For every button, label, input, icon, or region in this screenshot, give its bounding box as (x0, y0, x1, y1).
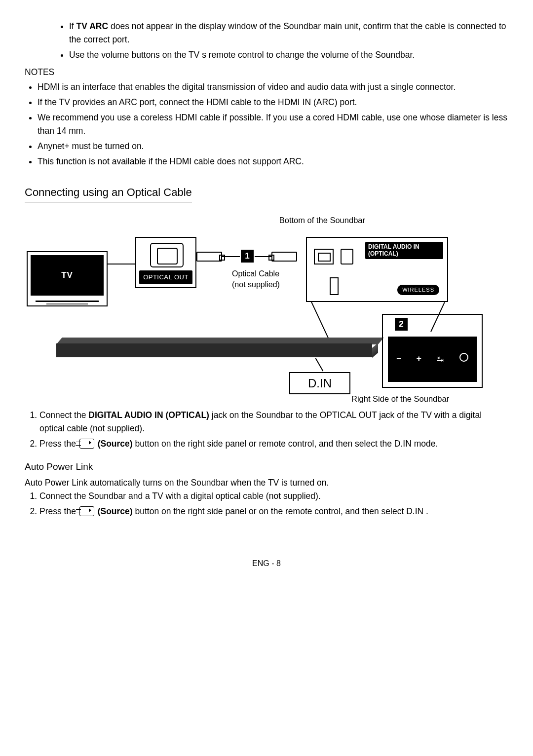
step-item: Connect the DIGITAL AUDIO IN (OPTICAL) j… (39, 409, 508, 435)
step-item: Press the (Source) button on the right s… (39, 437, 508, 451)
note-item: Anynet+ must be turned on. (38, 140, 508, 153)
tv-port-zoom: OPTICAL OUT (135, 237, 196, 288)
notes-heading: NOTES (25, 66, 508, 79)
notes-list: HDMI is an interface that enables the di… (25, 80, 508, 169)
cable-plug-icon (196, 252, 222, 262)
auto-power-link-intro: Auto Power Link automatically turns on t… (25, 476, 508, 490)
connection-diagram: Bottom of the Soundbar TV OPTICAL OUT 1 … (25, 214, 508, 398)
page-footer: ENG - 8 (25, 558, 508, 570)
tv-illustration: TV (27, 251, 108, 306)
apl-steps-list: Connect the Soundbar and a TV with a dig… (25, 490, 508, 518)
step-marker-1: 1 (241, 250, 254, 263)
note-item: This function is not available if the HD… (38, 155, 508, 168)
right-side-soundbar-label: Right Side of the Soundbar (351, 393, 449, 406)
intro-bullet-list: If TV ARC does not appear in the display… (25, 20, 508, 62)
volume-up-icon: + (416, 352, 421, 366)
source-icon (79, 506, 94, 516)
tv-label: TV (31, 255, 104, 296)
volume-down-icon: − (396, 352, 402, 366)
optical-port-icon (150, 243, 184, 267)
port-icon (341, 249, 353, 265)
bottom-soundbar-label: Bottom of the Soundbar (25, 214, 508, 227)
note-item: HDMI is an interface that enables the di… (38, 80, 508, 94)
step-item: Connect the Soundbar and a TV with a dig… (39, 490, 508, 503)
note-item: If the TV provides an ARC port, connect … (38, 96, 508, 109)
port-icon (330, 277, 339, 295)
cable-caption: Optical Cable (not supplied) (232, 268, 280, 291)
port-icon (314, 249, 334, 265)
step-item: Press the (Source) button on the right s… (39, 505, 508, 518)
main-steps-list: Connect the DIGITAL AUDIO IN (OPTICAL) j… (25, 409, 508, 451)
cable-plug-icon (271, 252, 297, 262)
section-title: Connecting using an Optical Cable (25, 184, 192, 202)
soundbar-illustration (56, 343, 372, 357)
digital-audio-in-label: DIGITAL AUDIO IN(OPTICAL) (365, 242, 443, 259)
intro-bullet: If TV ARC does not appear in the display… (69, 20, 508, 46)
soundbar-bottom-zoom: DIGITAL AUDIO IN(OPTICAL) WIRELESS (306, 237, 448, 302)
intro-bullet: Use the volume buttons on the TV s remot… (69, 48, 508, 62)
auto-power-link-heading: Auto Power Link (25, 459, 508, 474)
source-icon (79, 439, 94, 449)
wireless-label: WIRELESS (397, 285, 439, 295)
power-icon (459, 352, 468, 366)
optical-out-label: OPTICAL OUT (139, 270, 192, 284)
note-item: We recommend you use a coreless HDMI cab… (38, 111, 508, 138)
step-marker-2: 2 (395, 318, 408, 331)
din-display: D.IN (289, 372, 350, 394)
source-icon: ⭾ (436, 353, 445, 366)
